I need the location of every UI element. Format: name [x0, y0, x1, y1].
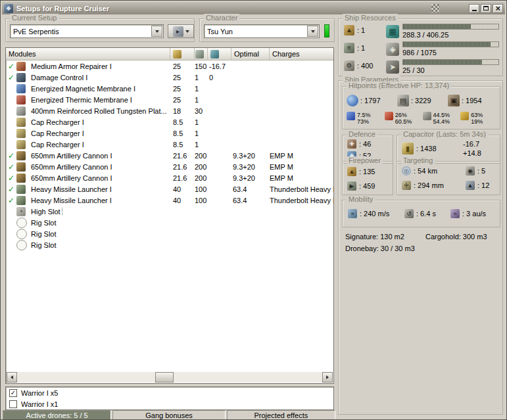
module-cpu-value: 21.6 [170, 152, 195, 160]
module-row[interactable]: ✓ 650mm Artillery Cannon I 21.6 200 9.3+… [6, 161, 333, 172]
module-row[interactable]: Cap Recharger I 8.5 1 [6, 116, 333, 128]
module-row[interactable]: ✓ Medium Armor Repairer I 25 150 -16.7 [6, 60, 333, 72]
titlebar[interactable]: ◆ Setups for Rupture Cruiser [2, 2, 505, 14]
character-skill-indicator [324, 24, 329, 37]
check-icon: ✓ [7, 162, 16, 171]
module-powergrid-value: 1 [195, 141, 208, 149]
drone-row[interactable]: Warrior I x1 [6, 398, 333, 409]
module-powergrid-value: 1 [195, 118, 208, 126]
module-row[interactable]: Rig Slot [6, 239, 333, 250]
kinetic-resist-shield: 44.5% [433, 112, 450, 118]
module-name: 650mm Artillery Cannon I [30, 152, 114, 160]
column-capacitor[interactable] [208, 48, 231, 60]
maximize-icon [483, 6, 489, 11]
em-resist-shield: 7.5% [357, 112, 371, 118]
module-row[interactable]: Energized Magnetic Membrane I 25 1 [6, 83, 333, 94]
structure-hp-value: : 1954 [462, 97, 482, 105]
character-dropdown-button[interactable] [307, 26, 318, 37]
rig-slot-icon [16, 229, 27, 239]
active-drones-status[interactable]: Active drones: 5 / 5 [3, 410, 111, 420]
calibration-icon: ⚙ [344, 60, 354, 71]
maximize-button[interactable] [481, 4, 491, 13]
projected-effects-button[interactable]: Projected effects [227, 410, 335, 420]
column-optimal[interactable]: Optimal [231, 48, 270, 60]
drone-checkbox[interactable] [9, 400, 17, 408]
module-cpu-value: 8.5 [170, 118, 195, 126]
drone-name: Warrior I x5 [21, 389, 58, 397]
module-row[interactable]: Cap Recharger I 8.5 1 [6, 139, 333, 150]
module-row[interactable]: ✓ Heavy Missile Launcher I 40 100 63.4 T… [6, 195, 333, 206]
column-charges[interactable]: Charges [270, 48, 333, 60]
firepower-turret-value: : 135 [359, 168, 375, 175]
minimize-button[interactable] [469, 4, 479, 13]
mob-speed-icon: » [348, 209, 357, 218]
module-cpu-value: 21.6 [170, 174, 195, 182]
armor-hp-value: : 3229 [411, 97, 431, 105]
setup-dropdown-button[interactable] [151, 26, 162, 37]
scrollbar-thumb[interactable] [155, 372, 174, 383]
scrollbar-track[interactable] [17, 372, 322, 383]
ship-resources-label: Ship Resources [343, 14, 398, 22]
module-row[interactable]: ✓ 650mm Artillery Cannon I 21.6 200 9.3+… [6, 150, 333, 161]
drone-checkbox[interactable] [9, 389, 17, 397]
module-row[interactable]: Rig Slot [6, 228, 333, 239]
firepower-label: Firepower [347, 156, 383, 164]
cpu-usage-value: 288.3 / 406.25 [402, 31, 499, 39]
module-cpu-value: 25 [170, 62, 195, 70]
module-powergrid-value: 150 [195, 62, 208, 70]
cpu-chip-icon: ▦ [386, 25, 399, 38]
module-row[interactable]: ✓ Heavy Missile Launcher I 40 100 63.4 T… [6, 183, 333, 195]
mobility-group: Mobility »: 240 m/s ↺: 6.4 s ≈: 3 au/s [342, 200, 500, 227]
drone-row[interactable]: Warrior I x5 [6, 387, 333, 398]
resist-em-icon [347, 112, 355, 120]
module-cpu-value: 40 [170, 197, 195, 204]
module-row[interactable]: ✓ Damage Control I 25 1 0 [6, 72, 333, 83]
setup-select[interactable]: PvE Serpentis [10, 24, 164, 38]
module-row[interactable]: Energized Thermic Membrane I 25 1 [6, 94, 333, 105]
hdr-cpu-icon [173, 50, 181, 58]
module-powergrid-value: 200 [195, 152, 208, 160]
explosive-resist-armor: 19% [471, 118, 483, 125]
tgt-range-icon: ◎ [402, 166, 411, 175]
gang-bonuses-button[interactable]: Gang bonuses [112, 410, 225, 420]
character-value: Tsu Yun [205, 28, 306, 35]
column-cpu[interactable] [170, 48, 195, 60]
turret-hardpoint-icon: ▲ [344, 25, 354, 35]
module-row[interactable]: 400mm Reinforced Rolled Tungsten Plat...… [6, 105, 333, 116]
check-icon: ✓ [7, 185, 16, 193]
module-optimal-value: 63.4 [231, 197, 270, 204]
module-row[interactable]: Cap Recharger I 8.5 1 [6, 128, 333, 139]
hdr-cap-icon [210, 50, 219, 58]
module-powergrid-value: 200 [195, 163, 208, 171]
module-name: Cap Recharger I [30, 129, 85, 137]
rig-slot-icon [16, 240, 27, 250]
module-row[interactable]: ✓ 650mm Artillery Cannon I 21.6 200 9.3+… [6, 172, 333, 183]
module-optimal-value: 9.3+20 [231, 152, 270, 160]
module-name: Rig Slot [30, 241, 58, 249]
module-powergrid-value: 1 [195, 129, 208, 137]
scroll-right-button[interactable] [322, 372, 333, 383]
module-name: Heavy Missile Launcher I [30, 185, 113, 193]
ship-button-icon: ▸ [173, 26, 183, 37]
character-select[interactable]: Tsu Yun [204, 24, 320, 38]
module-row[interactable]: Rig Slot [6, 217, 333, 228]
module-row[interactable]: ▪ High Slot [6, 206, 333, 217]
setup-menu-button[interactable]: ▸ [168, 24, 194, 38]
horizontal-scrollbar[interactable] [7, 372, 333, 383]
column-powergrid[interactable] [195, 48, 208, 60]
max-velocity-value: : 240 m/s [360, 210, 389, 218]
module-name: Energized Thermic Membrane I [30, 96, 133, 104]
shield-hp-value: : 1797 [360, 97, 381, 105]
pixel-pattern-icon [431, 4, 440, 12]
column-modules[interactable]: Modules [6, 48, 170, 60]
capacitor-recharge-value: +14.8 [463, 149, 481, 158]
module-cpu-value: 18 [170, 107, 195, 115]
scroll-left-button[interactable] [7, 372, 17, 383]
module-cpu-value: 21.6 [170, 163, 195, 171]
cpu-meter [402, 24, 499, 30]
close-button[interactable] [493, 4, 503, 13]
armor-plate-icon [16, 106, 26, 116]
module-cap-value: 0 [208, 74, 231, 82]
arrow-left-icon [11, 375, 13, 379]
module-name: Cap Recharger I [30, 118, 85, 126]
